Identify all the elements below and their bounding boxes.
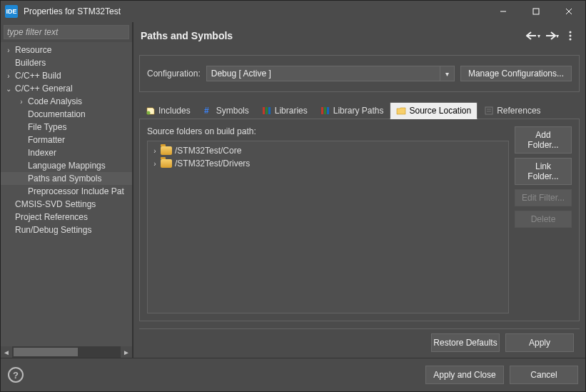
includes-icon bbox=[146, 106, 156, 116]
svg-rect-15 bbox=[485, 107, 492, 114]
svg-point-6 bbox=[570, 39, 572, 41]
window-title: Properties for STM32Test bbox=[24, 6, 487, 16]
tree-item-label: Builders bbox=[14, 58, 46, 68]
cancel-button[interactable]: Cancel bbox=[510, 366, 578, 384]
tree-item[interactable]: Builders bbox=[1, 56, 132, 69]
scroll-right-icon[interactable]: ► bbox=[121, 346, 132, 358]
tab-references[interactable]: References bbox=[478, 102, 547, 119]
source-location-panel: Source folders on build path: ›/STM32Tes… bbox=[139, 119, 580, 321]
svg-rect-10 bbox=[266, 107, 268, 114]
scroll-thumb[interactable] bbox=[14, 348, 78, 356]
help-icon[interactable]: ? bbox=[8, 367, 24, 383]
maximize-button[interactable] bbox=[520, 1, 552, 22]
tree-item[interactable]: Paths and Symbols bbox=[1, 172, 132, 185]
tree-item[interactable]: Run/Debug Settings bbox=[1, 223, 132, 236]
tree-item[interactable]: Indexer bbox=[1, 146, 132, 159]
tree-item-label: Preprocessor Include Pat bbox=[26, 186, 124, 196]
dialog-footer: ? Apply and Close Cancel bbox=[1, 358, 585, 391]
svg-rect-9 bbox=[263, 107, 265, 114]
tree-item-label: Formatter bbox=[26, 135, 65, 145]
source-icon bbox=[396, 106, 406, 116]
references-icon bbox=[484, 106, 494, 116]
edit-filter-button: Edit Filter... bbox=[515, 189, 572, 206]
configuration-select[interactable]: Debug [ Active ] ▾ bbox=[206, 66, 455, 81]
expand-icon[interactable]: ⌄ bbox=[4, 85, 14, 93]
source-folder-path: /STM32Test/Drivers bbox=[175, 159, 250, 169]
main-panel: Paths and Symbols ▾ ▾ Configuration: Deb… bbox=[133, 22, 585, 358]
tab-library-paths[interactable]: Library Paths bbox=[314, 102, 390, 119]
libpaths-icon bbox=[320, 106, 330, 116]
tree-item-label: Resource bbox=[14, 45, 51, 55]
delete-button: Delete bbox=[515, 211, 572, 228]
tab-label: Library Paths bbox=[333, 106, 384, 116]
tab-label: Includes bbox=[158, 106, 191, 116]
tree-item-label: C/C++ General bbox=[14, 84, 73, 94]
source-folders-label: Source folders on build path: bbox=[147, 126, 509, 136]
minimize-button[interactable] bbox=[487, 1, 520, 22]
tab-libraries[interactable]: Libraries bbox=[256, 102, 314, 119]
restore-defaults-button[interactable]: Restore Defaults bbox=[431, 333, 500, 352]
tree-item[interactable]: Preprocessor Include Pat bbox=[1, 185, 132, 198]
tree-item-label: C/C++ Build bbox=[14, 71, 61, 81]
tree-item-label: Indexer bbox=[26, 148, 56, 158]
tab-label: Libraries bbox=[275, 106, 308, 116]
forward-arrow-icon[interactable]: ▾ bbox=[544, 28, 560, 44]
source-folder-list[interactable]: ›/STM32Test/Core›/STM32Test/Drivers bbox=[147, 141, 509, 313]
libraries-icon bbox=[262, 106, 272, 116]
tree-item-label: Language Mappings bbox=[26, 161, 106, 171]
tree-item-label: File Types bbox=[26, 122, 66, 132]
tree-item[interactable]: Project References bbox=[1, 211, 132, 223]
tree-item[interactable]: Documentation bbox=[1, 108, 132, 121]
close-button[interactable] bbox=[552, 1, 585, 22]
expand-icon[interactable]: › bbox=[4, 46, 14, 54]
tree-item-label: Code Analysis bbox=[26, 96, 82, 106]
symbols-icon: # bbox=[203, 106, 213, 116]
filter-box bbox=[4, 25, 129, 39]
source-folder-item[interactable]: ›/STM32Test/Drivers bbox=[149, 157, 507, 170]
svg-rect-12 bbox=[321, 107, 323, 114]
expand-icon[interactable]: › bbox=[149, 147, 161, 155]
add-folder-button[interactable]: Add Folder... bbox=[515, 126, 572, 154]
expand-icon[interactable]: › bbox=[149, 160, 161, 168]
tree-item[interactable]: Language Mappings bbox=[1, 159, 132, 172]
expand-icon[interactable]: › bbox=[16, 98, 26, 106]
link-folder-button[interactable]: Link Folder... bbox=[515, 158, 572, 185]
tab-symbols[interactable]: #Symbols bbox=[197, 102, 256, 119]
folder-icon bbox=[161, 146, 172, 155]
svg-point-7 bbox=[147, 111, 151, 115]
tree-item[interactable]: ›Resource bbox=[1, 44, 132, 56]
expand-icon[interactable]: › bbox=[4, 72, 14, 80]
scroll-track[interactable] bbox=[12, 346, 121, 358]
nav-tree[interactable]: ›ResourceBuilders›C/C++ Build⌄C/C++ Gene… bbox=[1, 42, 132, 346]
apply-and-close-button[interactable]: Apply and Close bbox=[425, 366, 504, 384]
tree-item[interactable]: CMSIS-SVD Settings bbox=[1, 198, 132, 211]
back-arrow-icon[interactable]: ▾ bbox=[525, 28, 541, 44]
tree-item[interactable]: Formatter bbox=[1, 134, 132, 146]
svg-rect-13 bbox=[324, 107, 326, 114]
sidebar-scrollbar[interactable]: ◄ ► bbox=[1, 346, 132, 358]
svg-point-4 bbox=[570, 31, 572, 34]
tree-item[interactable]: ⌄C/C++ General bbox=[1, 82, 132, 95]
titlebar: IDE Properties for STM32Test bbox=[1, 1, 585, 22]
source-folder-item[interactable]: ›/STM32Test/Core bbox=[149, 144, 507, 157]
scroll-left-icon[interactable]: ◄ bbox=[1, 346, 12, 358]
sidebar: ›ResourceBuilders›C/C++ Build⌄C/C++ Gene… bbox=[1, 22, 133, 358]
tree-item[interactable]: ›Code Analysis bbox=[1, 95, 132, 108]
tab-label: References bbox=[497, 106, 540, 116]
tab-includes[interactable]: Includes bbox=[139, 102, 197, 119]
tab-label: Symbols bbox=[216, 106, 249, 116]
tab-source-location[interactable]: Source Location bbox=[390, 102, 478, 119]
folder-icon bbox=[161, 159, 172, 168]
svg-rect-11 bbox=[268, 107, 271, 114]
svg-point-5 bbox=[570, 35, 572, 37]
tree-item-label: CMSIS-SVD Settings bbox=[14, 199, 96, 209]
tree-item[interactable]: ›C/C++ Build bbox=[1, 69, 132, 82]
tree-item-label: Documentation bbox=[26, 109, 86, 119]
manage-configurations-button[interactable]: Manage Configurations... bbox=[460, 66, 572, 81]
app-icon: IDE bbox=[5, 5, 18, 18]
tree-item[interactable]: File Types bbox=[1, 121, 132, 134]
menu-dots-icon[interactable] bbox=[562, 28, 578, 44]
apply-button[interactable]: Apply bbox=[505, 333, 574, 352]
filter-input[interactable] bbox=[4, 25, 129, 39]
svg-rect-1 bbox=[533, 9, 539, 14]
